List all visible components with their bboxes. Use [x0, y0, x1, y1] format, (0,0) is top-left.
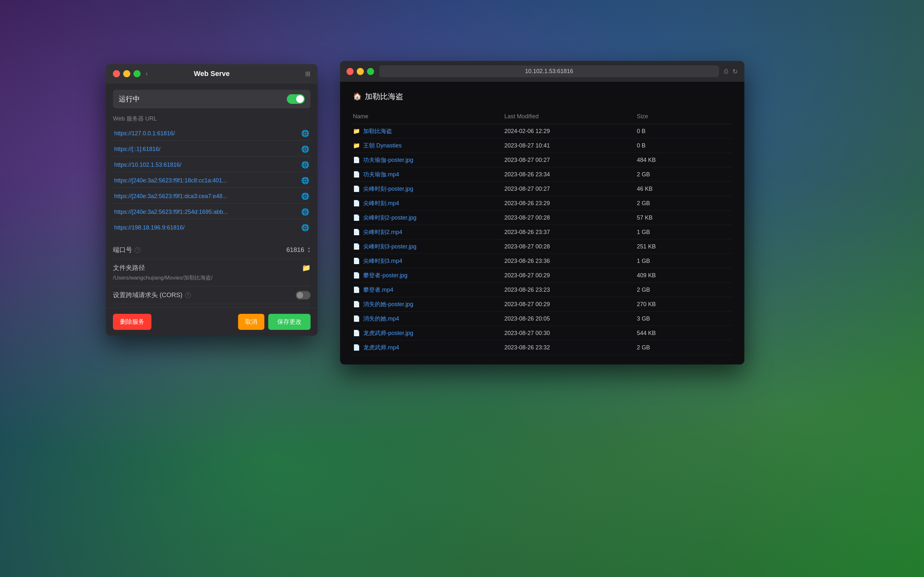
- port-stepper[interactable]: ▲ ▼: [307, 247, 310, 253]
- browser-panel: 10.102.1.53:61816 ⎙ ↻ 🏠 加勒比海盗 Name Last …: [340, 61, 744, 364]
- url-link[interactable]: https://[240e:3a2:5623:f9f1:dca3:cea7:e4…: [114, 193, 298, 200]
- file-size: 270 KB: [637, 297, 732, 311]
- globe-icon: 🌐: [301, 129, 309, 137]
- globe-icon: 🌐: [301, 224, 309, 231]
- traffic-lights: [113, 70, 141, 77]
- file-icon: 📄: [353, 171, 360, 178]
- file-name-cell[interactable]: 📄 龙虎武师-poster.jpg: [353, 329, 504, 337]
- port-label: 端口号 ?: [113, 245, 141, 254]
- table-row: 📄 龙虎武师-poster.jpg 2023-08-27 00:30 544 K…: [353, 326, 732, 340]
- file-name: 尖峰时刻2.mp4: [363, 228, 402, 236]
- file-date: 2024-02-06 12:29: [504, 124, 637, 139]
- cors-help-icon[interactable]: ?: [185, 292, 191, 298]
- table-row: 📄 尖峰时刻3.mp4 2023-08-26 23:36 1 GB: [353, 254, 732, 268]
- file-name-cell[interactable]: 📄 功夫瑜伽-poster.jpg: [353, 156, 504, 164]
- close-button[interactable]: [113, 70, 120, 77]
- file-name-cell[interactable]: 📄 消失的她.mp4: [353, 315, 504, 322]
- save-button[interactable]: 保存更改: [268, 314, 310, 330]
- table-row: 📄 尖峰时刻3-poster.jpg 2023-08-27 00:28 251 …: [353, 239, 732, 254]
- file-name-cell[interactable]: 📄 功夫瑜伽.mp4: [353, 171, 504, 178]
- file-name: 尖峰时刻.mp4: [363, 199, 399, 207]
- url-link[interactable]: https://[240e:3a2:5623:f9f1:254d:1695:ab…: [114, 209, 298, 215]
- file-size: 1 GB: [637, 254, 732, 268]
- file-size: 3 GB: [637, 311, 732, 326]
- table-row: 📄 尖峰时刻2-poster.jpg 2023-08-27 00:28 57 K…: [353, 211, 732, 225]
- folder-choose-icon[interactable]: 📁: [302, 264, 310, 272]
- folder-icon: 📁: [353, 127, 360, 135]
- panel-titlebar: ‹ Web Serve ⊞: [106, 64, 318, 83]
- table-row: 📁 王朝 Dynasties 2023-08-27 10:41 0 B: [353, 139, 732, 153]
- file-date: 2023-08-27 00:27: [504, 153, 637, 167]
- table-row: 📄 消失的她.mp4 2023-08-26 20:05 3 GB: [353, 311, 732, 326]
- back-button[interactable]: ‹: [145, 70, 148, 77]
- file-name-cell[interactable]: 📄 攀登者.mp4: [353, 286, 504, 293]
- url-link[interactable]: https://[240e:3a2:5623:f9f1:18c8:cc1a:40…: [114, 177, 298, 184]
- file-size: 251 KB: [637, 239, 732, 254]
- file-name-cell[interactable]: 📁 加勒比海盗: [353, 127, 504, 135]
- file-date: 2023-08-26 23:23: [504, 283, 637, 297]
- file-name-cell[interactable]: 📄 攀登者-poster.jpg: [353, 271, 504, 279]
- file-name-cell[interactable]: 📄 消失的她-poster.jpg: [353, 300, 504, 308]
- file-icon: 📄: [353, 344, 360, 351]
- file-name-cell[interactable]: 📄 尖峰时刻2-poster.jpg: [353, 214, 504, 221]
- url-link[interactable]: https://198.18.196.9:61816/: [114, 224, 298, 231]
- file-name: 尖峰时刻2-poster.jpg: [363, 214, 417, 221]
- url-link[interactable]: https://127.0.0.1:61816/: [114, 130, 298, 137]
- table-row: 📄 龙虎武师.mp4 2023-08-26 23:32 2 GB: [353, 340, 732, 355]
- refresh-icon[interactable]: ↻: [732, 68, 738, 75]
- share-icon[interactable]: ⎙: [724, 68, 728, 75]
- cancel-button[interactable]: 取消: [238, 314, 264, 330]
- url-section-label: Web 服务器 URL: [113, 115, 310, 122]
- table-row: 📄 尖峰时刻-poster.jpg 2023-08-27 00:27 46 KB: [353, 182, 732, 196]
- file-size: 57 KB: [637, 211, 732, 225]
- url-item: https://127.0.0.1:61816/ 🌐: [113, 126, 310, 141]
- file-name-cell[interactable]: 📁 王朝 Dynasties: [353, 142, 504, 149]
- file-name: 王朝 Dynasties: [363, 142, 402, 149]
- col-header-modified: Last Modified: [504, 111, 637, 124]
- file-date: 2023-08-27 00:28: [504, 211, 637, 225]
- file-row-header: 文件夹路径 📁: [113, 263, 310, 272]
- file-name: 龙虎武师.mp4: [363, 343, 399, 351]
- file-date: 2023-08-27 00:28: [504, 239, 637, 254]
- file-name-cell[interactable]: 📄 尖峰时刻3-poster.jpg: [353, 243, 504, 250]
- cors-toggle[interactable]: [296, 291, 310, 300]
- browser-maximize-button[interactable]: [367, 68, 374, 75]
- grid-icon[interactable]: ⊞: [305, 70, 310, 77]
- help-icon[interactable]: ?: [135, 247, 141, 253]
- url-item: https://[240e:3a2:5623:f9f1:254d:1695:ab…: [113, 205, 310, 219]
- file-name-cell[interactable]: 📄 尖峰时刻.mp4: [353, 199, 504, 207]
- url-list: https://127.0.0.1:61816/ 🌐 https://[::1]…: [113, 126, 310, 235]
- url-link[interactable]: https://[::1]:61816/: [114, 146, 298, 153]
- file-size: 2 GB: [637, 283, 732, 297]
- status-toggle[interactable]: [287, 94, 305, 104]
- globe-icon: 🌐: [301, 192, 309, 200]
- file-name: 攀登者-poster.jpg: [363, 271, 407, 279]
- delete-button[interactable]: 删除服务: [113, 314, 152, 330]
- file-date: 2023-08-27 10:41: [504, 139, 637, 153]
- file-name-cell[interactable]: 📄 尖峰时刻-poster.jpg: [353, 185, 504, 193]
- file-name-cell[interactable]: 📄 尖峰时刻2.mp4: [353, 228, 504, 236]
- minimize-button[interactable]: [123, 70, 130, 77]
- panel-title: Web Serve: [194, 69, 230, 78]
- url-link[interactable]: https://10.102.1.53:61816/: [114, 161, 298, 168]
- file-date: 2023-08-26 23:37: [504, 225, 637, 239]
- col-header-size: Size: [637, 111, 732, 124]
- file-name: 攀登者.mp4: [363, 286, 393, 293]
- file-name: 尖峰时刻3.mp4: [363, 257, 402, 265]
- home-icon[interactable]: 🏠: [353, 92, 362, 101]
- file-date: 2023-08-27 00:27: [504, 182, 637, 196]
- url-item: https://[::1]:61816/ 🌐: [113, 142, 310, 156]
- table-row: 📄 尖峰时刻2.mp4 2023-08-26 23:37 1 GB: [353, 225, 732, 239]
- panel-footer: 删除服务 取消 保存更改: [106, 308, 318, 335]
- browser-minimize-button[interactable]: [357, 68, 364, 75]
- file-name-cell[interactable]: 📄 尖峰时刻3.mp4: [353, 257, 504, 265]
- maximize-button[interactable]: [134, 70, 141, 77]
- address-bar[interactable]: 10.102.1.53:61816: [379, 65, 719, 77]
- table-row: 📁 加勒比海盗 2024-02-06 12:29 0 B: [353, 124, 732, 139]
- browser-close-button[interactable]: [347, 68, 354, 75]
- file-name: 龙虎武师-poster.jpg: [363, 329, 413, 337]
- file-date: 2023-08-27 00:30: [504, 326, 637, 340]
- url-item: https://[240e:3a2:5623:f9f1:18c8:cc1a:40…: [113, 173, 310, 188]
- file-name-cell[interactable]: 📄 龙虎武师.mp4: [353, 343, 504, 351]
- file-icon: 📄: [353, 272, 360, 279]
